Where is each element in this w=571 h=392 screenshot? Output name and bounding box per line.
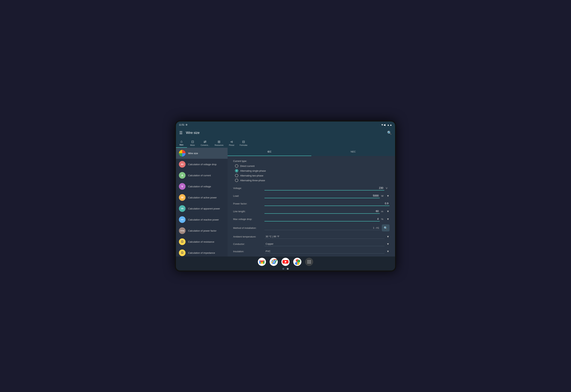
sidebar-item-active-power[interactable]: W Calculation of active power [176,192,228,203]
app-title: Wire size [186,131,384,135]
sidebar-item-apparent-power[interactable]: VA Calculation of apparent power [176,203,228,214]
search-button[interactable]: 🔍 [386,130,392,136]
conductor-label: Conductor: [233,243,263,245]
method-row: Method of installation: 🔍 [233,224,389,231]
max-voltage-drop-unit: % [381,218,385,221]
status-left: 11:51 ⚙ [179,124,187,126]
radio-ac-three[interactable]: Alternating three-phase [235,179,389,182]
sidebar-item-wire-size[interactable]: Wire size [176,148,228,159]
hamburger-menu-button[interactable]: ☰ [179,130,183,136]
volt-drop-icon: AV [179,161,186,168]
radio-group: Direct current Alternating single-phase [233,164,389,182]
max-voltage-drop-unit-dropdown[interactable]: ▾ [386,217,389,221]
nav-tab-conversi-label: Conversi... [201,144,210,146]
method-input[interactable] [264,226,380,230]
nav-tab-conversi[interactable]: ⇄ Conversi... [198,139,212,148]
sidebar-item-power-factor-label: Calculation of power factor [188,229,216,232]
reactive-power-icon: VAr [179,216,186,223]
max-voltage-drop-label: Max voltage drop: [233,218,263,221]
radio-ac-single[interactable]: Alternating single-phase [235,169,389,172]
svg-point-14 [310,262,311,262]
sidebar-item-resistance[interactable]: Ω Calculation of resistance [176,236,228,247]
load-row: Load: W ▾ [233,193,389,198]
formulas-icon: ⊟ [242,140,245,144]
time-display: 11:51 [179,124,185,126]
insulation-dropdown[interactable]: ▾ [386,249,389,253]
radio-label-ac2: Alternating two-phase [240,174,263,177]
radio-label-ac3: Alternating three-phase [240,179,265,182]
line-length-row: Line length: m ▾ [233,209,389,214]
sidebar-item-impedance-label: Calculation of impedance [188,252,215,254]
sidebar-item-resistance-label: Calculation of resistance [188,240,214,243]
voltage-row: Voltage: V [233,186,389,190]
home-icon: ⌂ [181,140,183,143]
taskbar-apps-grid[interactable] [305,258,313,266]
radio-label-ac1: Alternating single-phase [240,169,266,172]
nav-tab-main-label: Main [179,144,184,146]
sidebar-item-active-power-label: Calculation of active power [188,196,217,199]
sidebar-item-current[interactable]: A Calculation of current [176,170,228,181]
taskbar-youtube[interactable] [281,258,290,266]
svg-point-17 [310,263,311,264]
radio-label-dc: Direct current [240,165,255,168]
line-length-input-wrap: m ▾ [264,209,389,214]
sidebar-item-reactive-power-label: Calculation of reactive power [188,218,219,221]
nav-tab-pinout[interactable]: ⊲ Pinout [226,139,237,148]
radio-direct-current[interactable]: Direct current [235,164,389,168]
tab-nec[interactable]: NEC [311,148,395,156]
nav-tab-resources-label: Resources [215,144,224,146]
conductor-value: Copper [264,242,385,246]
max-voltage-drop-input[interactable] [264,217,380,222]
line-length-input[interactable] [264,209,380,214]
line-length-unit: m [381,210,385,213]
load-unit: W [381,195,385,197]
status-bar: 11:51 ⚙ ▼◀ ▲▲ [176,122,395,128]
app-bar: ☰ Wire size 🔍 [176,128,395,137]
nav-tab-main[interactable]: ⌂ Main [176,139,187,148]
line-length-label: Line length: [233,210,263,213]
tab-iec[interactable]: IEC [228,148,311,156]
method-search-button[interactable]: 🔍 [382,224,389,231]
current-type-section: Current type: Direct current Alter [233,160,389,182]
load-input-wrap: W ▾ [264,193,389,198]
motor-icon: ⊡ [191,140,194,144]
sidebar-item-impedance[interactable]: Ω Calculation of impedance [176,247,228,256]
ambient-temp-dropdown[interactable]: ▾ [386,235,389,238]
power-factor-label: Power factor: [233,202,263,205]
insulation-row: Insulation: PVC ▾ [233,249,389,253]
nav-tab-formulas[interactable]: ⊟ Formulas [237,139,250,148]
nav-tab-motor[interactable]: ⊡ Motor [187,139,198,148]
sidebar-item-reactive-power[interactable]: VAr Calculation of reactive power [176,214,228,225]
voltage-input-wrap: V [264,186,389,190]
taskbar-chrome[interactable] [270,258,278,266]
taskbar-gmail[interactable] [258,258,266,266]
conductor-dropdown[interactable]: ▾ [386,242,389,246]
sidebar-item-apparent-power-label: Calculation of apparent power [188,207,220,210]
max-voltage-drop-input-wrap: % ▾ [264,217,389,222]
svg-point-15 [307,263,308,264]
load-unit-dropdown[interactable]: ▾ [386,194,389,198]
svg-point-12 [307,262,308,262]
voltage-input[interactable] [264,186,384,190]
sidebar-item-volt-drop[interactable]: AV Calculation of voltage drop [176,159,228,170]
sidebar-item-power-factor[interactable]: cosφ Calculation of power factor [176,225,228,236]
device: 11:51 ⚙ ▼◀ ▲▲ ☰ Wire size 🔍 ⌂ Main ⊡ Mot… [175,120,396,272]
insulation-value: PVC [264,249,385,253]
sidebar-item-voltage[interactable]: V Calculation of voltage [176,181,228,192]
apparent-power-icon: VA [179,205,186,212]
radio-inner-ac1 [236,170,238,172]
settings-icon: ⚙ [186,124,187,126]
active-power-icon: W [179,194,186,201]
method-search-icon: 🔍 [384,226,387,230]
line-length-unit-dropdown[interactable]: ▾ [386,209,389,213]
radio-circle-ac3 [235,179,238,182]
nav-tab-resources[interactable]: ⊞ Resources [212,139,226,148]
radio-ac-two[interactable]: Alternating two-phase [235,174,389,177]
nav-dot-1 [282,268,284,270]
svg-point-10 [309,260,310,261]
taskbar-photos[interactable] [293,258,301,266]
svg-point-16 [309,263,310,264]
load-input[interactable] [264,193,380,198]
voltage-icon: V [179,183,186,190]
power-factor-input[interactable] [264,201,389,206]
